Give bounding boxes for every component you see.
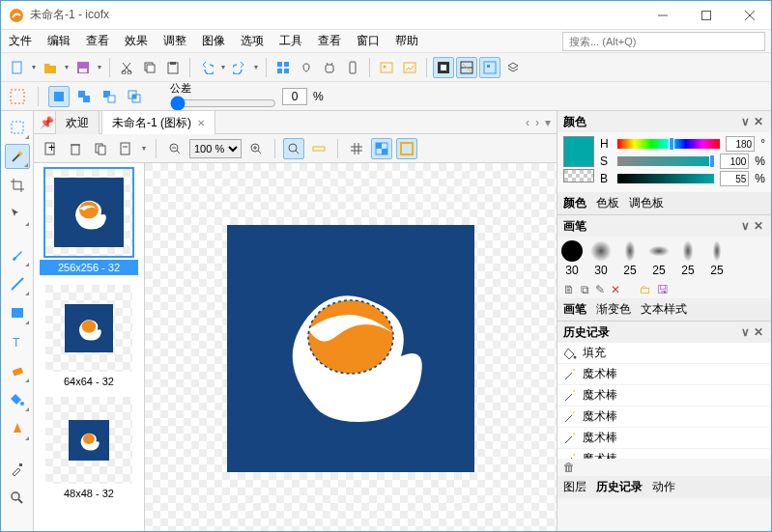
line-tool[interactable] bbox=[5, 271, 30, 296]
bottom-tab-history[interactable]: 历史记录 bbox=[596, 479, 643, 495]
grid3-button[interactable] bbox=[479, 57, 500, 78]
bri-slider[interactable] bbox=[617, 174, 714, 183]
size-dropdown[interactable]: ▾ bbox=[140, 144, 148, 153]
redo-dropdown[interactable]: ▾ bbox=[252, 63, 260, 71]
size-list[interactable]: 256x256 - 32 64x64 - 32 48x48 - 32 bbox=[34, 163, 145, 532]
panel-collapse-icon[interactable]: ∨ bbox=[738, 325, 752, 339]
zoom-tool[interactable] bbox=[5, 486, 30, 511]
s-value[interactable] bbox=[720, 154, 749, 169]
undo-dropdown[interactable]: ▾ bbox=[219, 63, 227, 71]
selection-mode-icon[interactable] bbox=[7, 86, 28, 107]
brush-item[interactable]: 25 bbox=[706, 240, 728, 277]
open-dropdown[interactable]: ▾ bbox=[63, 63, 71, 71]
color-tab-color[interactable]: 颜色 bbox=[563, 195, 586, 211]
brush-item[interactable]: 25 bbox=[648, 240, 670, 277]
pin-icon[interactable]: 📌 bbox=[38, 116, 55, 129]
windows-icon[interactable] bbox=[272, 57, 294, 78]
history-item[interactable]: 魔术棒 bbox=[558, 364, 771, 385]
brush-edit-icon[interactable]: ✎ bbox=[595, 283, 605, 296]
bottom-tab-actions[interactable]: 动作 bbox=[652, 479, 675, 495]
tab-welcome[interactable]: 欢迎 bbox=[55, 110, 100, 135]
menu-view2[interactable]: 查看 bbox=[310, 29, 349, 53]
zoom-select[interactable]: 100 % bbox=[189, 139, 242, 158]
menu-image[interactable]: 图像 bbox=[194, 29, 233, 53]
crop-tool[interactable] bbox=[5, 173, 30, 198]
marquee-tool[interactable] bbox=[5, 115, 30, 140]
menu-window[interactable]: 窗口 bbox=[349, 29, 387, 53]
color-tab-swatches[interactable]: 色板 bbox=[596, 195, 619, 211]
undo-button[interactable] bbox=[196, 57, 217, 78]
panel-close-icon[interactable]: ✕ bbox=[752, 115, 765, 128]
save-button[interactable] bbox=[72, 57, 94, 78]
export-image-button[interactable] bbox=[399, 57, 420, 78]
zoom-in-button[interactable] bbox=[245, 138, 267, 159]
h-value[interactable] bbox=[726, 136, 755, 152]
panel-collapse-icon[interactable]: ∨ bbox=[738, 219, 752, 233]
canvas[interactable] bbox=[227, 225, 474, 472]
canvas-area[interactable] bbox=[145, 163, 557, 532]
brush-folder-icon[interactable]: 🗀 bbox=[640, 283, 651, 296]
menu-file[interactable]: 文件 bbox=[1, 29, 40, 53]
menu-tools[interactable]: 工具 bbox=[272, 29, 310, 53]
menu-adjust[interactable]: 调整 bbox=[156, 29, 194, 53]
brush-item[interactable]: 25 bbox=[619, 240, 641, 277]
brush-list[interactable]: 30 30 25 25 25 25 bbox=[558, 237, 771, 281]
phone-icon[interactable] bbox=[342, 57, 363, 78]
history-item[interactable]: 填充 bbox=[558, 343, 771, 364]
magic-wand-tool[interactable] bbox=[5, 144, 30, 169]
panel-collapse-icon[interactable]: ∨ bbox=[738, 115, 752, 128]
brush-item[interactable]: 30 bbox=[590, 240, 612, 277]
sel-add-icon[interactable] bbox=[73, 86, 95, 107]
move-tool[interactable] bbox=[5, 202, 30, 227]
bottom-tab-layers[interactable]: 图层 bbox=[563, 479, 586, 495]
menu-edit[interactable]: 编辑 bbox=[40, 29, 78, 53]
size-props-button[interactable] bbox=[115, 138, 136, 159]
layers-icon[interactable] bbox=[502, 57, 524, 78]
import-image-button[interactable] bbox=[376, 57, 397, 78]
thumb-256[interactable]: 256x256 - 32 bbox=[40, 169, 138, 275]
copy-button[interactable] bbox=[139, 57, 160, 78]
add-size-button[interactable]: + bbox=[40, 138, 61, 159]
brush-item[interactable]: 25 bbox=[677, 240, 699, 277]
brush-item[interactable]: 30 bbox=[561, 240, 583, 277]
view-checker-button[interactable] bbox=[371, 138, 392, 159]
tolerance-value[interactable] bbox=[282, 88, 307, 105]
menu-view[interactable]: 查看 bbox=[78, 29, 117, 53]
tab-document[interactable]: 未命名-1 (图标)✕ bbox=[101, 110, 215, 135]
rect-tool[interactable] bbox=[5, 300, 30, 325]
history-list[interactable]: 填充 魔术棒 魔术棒 魔术棒 魔术棒 魔术棒 bbox=[558, 343, 771, 459]
b-value[interactable] bbox=[720, 171, 749, 186]
save-dropdown[interactable]: ▾ bbox=[96, 63, 103, 71]
cut-button[interactable] bbox=[116, 57, 137, 78]
eyedropper-tool[interactable] bbox=[5, 457, 30, 482]
sel-sub-icon[interactable] bbox=[99, 86, 120, 107]
color-swatch[interactable] bbox=[563, 136, 594, 167]
maximize-button[interactable] bbox=[684, 1, 728, 30]
sharpen-tool[interactable] bbox=[5, 416, 30, 441]
view-zoom-button[interactable] bbox=[283, 138, 304, 159]
tab-next-icon[interactable]: › bbox=[535, 116, 539, 129]
new-button[interactable] bbox=[7, 57, 28, 78]
text-tool[interactable]: T bbox=[5, 329, 30, 354]
view-border-button[interactable] bbox=[396, 138, 417, 159]
thumb-64[interactable]: 64x64 - 32 bbox=[40, 285, 138, 387]
minimize-button[interactable] bbox=[641, 1, 684, 30]
tab-close-icon[interactable]: ✕ bbox=[197, 118, 205, 128]
brush-tab-gradient[interactable]: 渐变色 bbox=[596, 301, 631, 318]
tab-prev-icon[interactable]: ‹ bbox=[526, 116, 529, 129]
history-item[interactable]: 魔术棒 bbox=[558, 406, 771, 428]
grid1-button[interactable] bbox=[433, 57, 454, 78]
brush-tab-brush[interactable]: 画笔 bbox=[563, 301, 586, 318]
search-input[interactable] bbox=[562, 32, 765, 51]
dup-size-button[interactable] bbox=[90, 138, 111, 159]
brush-delete-icon[interactable]: ✕ bbox=[611, 283, 620, 296]
tab-menu-icon[interactable]: ▾ bbox=[545, 116, 551, 129]
history-delete-icon[interactable]: 🗑 bbox=[563, 461, 575, 474]
grid2-button[interactable] bbox=[456, 57, 477, 78]
apple-icon[interactable] bbox=[296, 57, 317, 78]
color-tab-palette[interactable]: 调色板 bbox=[629, 195, 664, 211]
menu-help[interactable]: 帮助 bbox=[387, 29, 426, 53]
menu-effect[interactable]: 效果 bbox=[117, 29, 156, 53]
sel-new-icon[interactable] bbox=[48, 86, 70, 107]
view-grid-button[interactable] bbox=[346, 138, 367, 159]
